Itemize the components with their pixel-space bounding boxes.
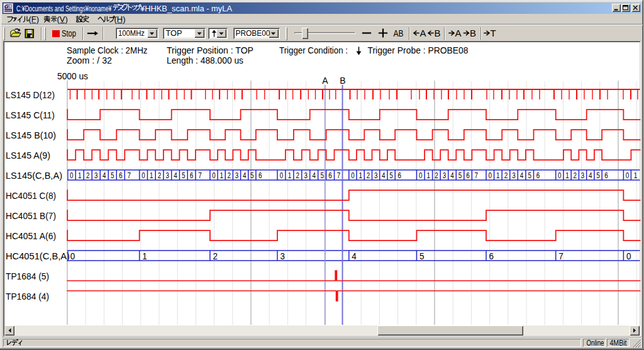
svg-text:0: 0	[626, 171, 630, 180]
svg-text:4: 4	[243, 171, 247, 180]
svg-text:7: 7	[127, 171, 131, 180]
svg-text:5: 5	[389, 171, 393, 180]
svg-text:6: 6	[397, 171, 401, 180]
svg-text:1: 1	[288, 171, 292, 180]
svg-text:6: 6	[466, 171, 470, 180]
svg-text:HC4051 B(7): HC4051 B(7)	[6, 211, 56, 221]
svg-text:AB: AB	[394, 28, 404, 38]
svg-text:4: 4	[174, 171, 177, 180]
svg-text:0: 0	[70, 171, 74, 180]
svg-text:Stop: Stop	[62, 28, 76, 38]
svg-text:5: 5	[320, 171, 324, 180]
svg-text:0: 0	[419, 171, 423, 180]
svg-text:0: 0	[558, 171, 562, 180]
svg-text:1: 1	[219, 171, 223, 180]
svg-text:HC4051 C(8): HC4051 C(8)	[6, 191, 56, 201]
svg-text:PROBE00: PROBE00	[236, 28, 270, 38]
svg-text:4: 4	[103, 171, 106, 180]
svg-text:1: 1	[358, 171, 362, 180]
svg-text:2: 2	[574, 171, 577, 180]
svg-text:3: 3	[166, 171, 170, 180]
svg-text:Trigger Condition :: Trigger Condition :	[279, 45, 348, 55]
svg-text:4: 4	[589, 171, 592, 180]
svg-text:5: 5	[528, 171, 531, 180]
svg-text:0: 0	[280, 171, 284, 180]
svg-text:A: A	[455, 28, 462, 38]
svg-text:1: 1	[496, 171, 500, 180]
svg-text:B: B	[435, 28, 441, 38]
svg-text:7: 7	[198, 171, 202, 180]
svg-text:LS145 C(11): LS145 C(11)	[6, 110, 55, 120]
svg-text:T: T	[491, 28, 496, 38]
svg-text:3: 3	[374, 171, 378, 180]
svg-text:4: 4	[352, 251, 357, 261]
svg-text:6: 6	[489, 251, 494, 261]
svg-text:2: 2	[158, 171, 162, 180]
svg-text:1: 1	[150, 171, 153, 180]
svg-text:5: 5	[250, 171, 254, 180]
svg-text:5: 5	[458, 171, 462, 180]
svg-text:1: 1	[427, 171, 431, 180]
svg-text:(V): (V)	[57, 14, 68, 24]
svg-text:1: 1	[565, 171, 569, 180]
svg-text:C:¥Documents and Settings¥nona: C:¥Documents and Settings¥noname¥	[16, 4, 112, 13]
svg-text:3: 3	[280, 251, 286, 261]
svg-text:0: 0	[489, 171, 492, 180]
svg-text:4: 4	[382, 171, 386, 180]
svg-text:4: 4	[312, 171, 316, 180]
svg-text:5: 5	[419, 251, 425, 261]
svg-text:4MBit: 4MBit	[610, 339, 628, 347]
svg-text:Sample Clock : 2MHz: Sample Clock : 2MHz	[67, 45, 148, 55]
svg-text:6: 6	[604, 171, 608, 180]
svg-text:2: 2	[367, 171, 370, 180]
svg-text:3: 3	[235, 171, 239, 180]
svg-text:3: 3	[443, 171, 447, 180]
svg-text:LS145(C,B,A): LS145(C,B,A)	[6, 171, 62, 181]
svg-text:6: 6	[258, 171, 262, 180]
svg-text:0: 0	[626, 251, 631, 261]
svg-text:Online: Online	[587, 339, 604, 347]
svg-text:2: 2	[228, 171, 231, 180]
svg-text:¥HHKB_scan.mla - myLA: ¥HHKB_scan.mla - myLA	[140, 4, 232, 13]
svg-text:5000 us: 5000 us	[57, 71, 88, 81]
svg-text:A: A	[322, 76, 328, 86]
svg-text:100MHz: 100MHz	[118, 28, 145, 38]
svg-text:3: 3	[512, 171, 516, 180]
svg-text:4: 4	[450, 171, 454, 180]
svg-text:Trigger Position : TOP: Trigger Position : TOP	[167, 45, 253, 55]
svg-text:6: 6	[536, 171, 540, 180]
svg-text:LS145 B(10): LS145 B(10)	[6, 130, 56, 140]
svg-text:2: 2	[435, 171, 438, 180]
svg-text:LS145 A(9): LS145 A(9)	[6, 150, 50, 161]
svg-text:TP1684 (4): TP1684 (4)	[6, 291, 49, 302]
svg-text:0: 0	[70, 251, 75, 261]
svg-text:3: 3	[581, 171, 585, 180]
svg-text:7: 7	[337, 171, 341, 180]
svg-text:0: 0	[142, 171, 145, 180]
svg-text:(F): (F)	[29, 14, 40, 24]
svg-text:7: 7	[475, 171, 479, 180]
svg-text:5: 5	[111, 171, 114, 180]
svg-text:1: 1	[142, 251, 147, 261]
svg-text:6: 6	[190, 171, 194, 180]
svg-text:2: 2	[86, 171, 90, 180]
svg-text:2: 2	[296, 171, 300, 180]
svg-text:TP1684 (5): TP1684 (5)	[6, 271, 49, 281]
svg-text:Trigger Probe : PROBE08: Trigger Probe : PROBE08	[368, 45, 469, 55]
svg-text:(H): (H)	[114, 14, 126, 24]
svg-text:2: 2	[504, 171, 508, 180]
svg-text:2: 2	[213, 251, 218, 261]
svg-text:0: 0	[351, 171, 355, 180]
svg-text:TOP: TOP	[166, 28, 182, 38]
svg-text:Length : 488.000 us: Length : 488.000 us	[167, 55, 243, 65]
svg-text:1: 1	[634, 171, 638, 180]
svg-text:1: 1	[78, 171, 82, 180]
svg-text:7: 7	[558, 251, 564, 261]
svg-text:6: 6	[328, 171, 332, 180]
svg-text:HC4051 A(6): HC4051 A(6)	[6, 231, 56, 241]
svg-text:4: 4	[520, 171, 524, 180]
svg-text:6: 6	[119, 171, 123, 180]
svg-text:3: 3	[304, 171, 308, 180]
svg-text:HC4051(C,B,A): HC4051(C,B,A)	[6, 251, 70, 261]
svg-text:B: B	[470, 28, 476, 38]
